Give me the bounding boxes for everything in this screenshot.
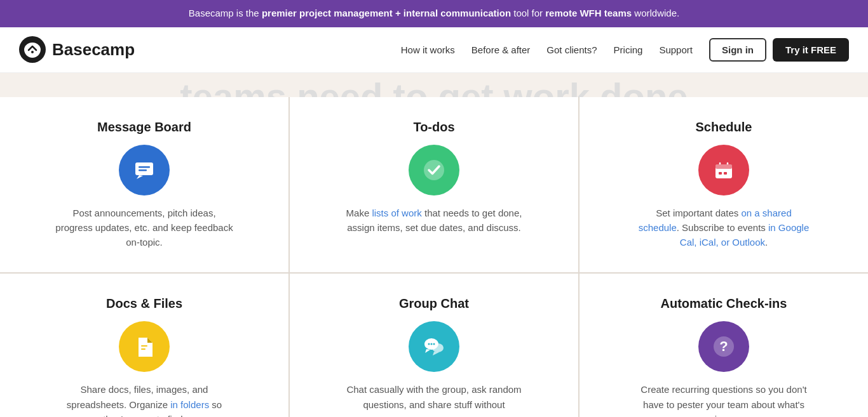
banner-bold1: premier project management + internal co… xyxy=(262,8,511,18)
todos-icon xyxy=(420,156,448,184)
feature-title-schedule: Schedule xyxy=(696,120,752,135)
feature-desc-message-board: Post announcements, pitch ideas, progres… xyxy=(55,206,233,250)
feature-card-message-board: Message Board Post announcements, pitch … xyxy=(0,97,288,273)
navbar: Basecamp How it works Before & after Got… xyxy=(0,27,868,73)
logo-text: Basecamp xyxy=(52,40,135,60)
sign-in-button[interactable]: Sign in xyxy=(709,38,766,62)
nav-support[interactable]: Support xyxy=(653,41,699,59)
feature-title-message-board: Message Board xyxy=(97,120,191,135)
svg-rect-12 xyxy=(719,172,722,175)
svg-point-20 xyxy=(431,343,433,345)
feature-card-todos: To-dos Make lists of work that needs to … xyxy=(290,97,578,273)
svg-point-5 xyxy=(424,160,444,180)
svg-point-19 xyxy=(428,343,430,345)
feature-title-check-ins: Automatic Check-ins xyxy=(661,296,787,311)
banner-bold2: remote WFH teams xyxy=(545,8,632,18)
feature-icon-schedule xyxy=(698,145,749,195)
feature-title-docs-files: Docs & Files xyxy=(106,296,182,311)
svg-text:?: ? xyxy=(719,338,728,354)
nav-got-clients[interactable]: Got clients? xyxy=(540,41,603,59)
schedule-link2: in Google Cal, iCal, or Outlook xyxy=(680,222,809,248)
feature-desc-todos: Make lists of work that needs to get don… xyxy=(345,206,523,235)
svg-rect-4 xyxy=(139,169,147,171)
svg-rect-13 xyxy=(724,172,727,175)
banner-text-middle: tool for xyxy=(511,8,545,18)
message-board-icon xyxy=(130,156,158,184)
svg-point-1 xyxy=(31,51,34,53)
feature-icon-docs-files xyxy=(119,321,170,372)
feature-card-schedule: Schedule Set important dates on a shared… xyxy=(580,97,868,273)
feature-icon-check-ins: ? xyxy=(698,321,749,372)
nav-before-after[interactable]: Before & after xyxy=(465,41,537,59)
nav-how-it-works[interactable]: How it works xyxy=(395,41,461,59)
feature-card-check-ins: Automatic Check-ins ? Create recurring q… xyxy=(580,274,868,417)
feature-desc-check-ins: Create recurring questions so you don't … xyxy=(635,382,813,417)
feature-card-docs-files: Docs & Files Share docs, files, images, … xyxy=(0,274,288,417)
group-chat-icon xyxy=(420,333,448,361)
banner-text-before: Basecamp is the xyxy=(189,8,262,18)
schedule-icon xyxy=(710,156,738,184)
docs-link: in folders xyxy=(170,399,209,410)
docs-files-icon xyxy=(130,333,158,361)
feature-icon-message-board xyxy=(119,145,170,195)
feature-title-group-chat: Group Chat xyxy=(399,296,469,311)
svg-rect-3 xyxy=(139,166,150,168)
svg-rect-15 xyxy=(141,345,147,347)
feature-desc-docs-files: Share docs, files, images, and spreadshe… xyxy=(55,382,233,417)
svg-point-21 xyxy=(433,343,435,345)
try-free-button[interactable]: Try it FREE xyxy=(773,38,849,62)
todos-link: lists of work xyxy=(372,208,421,218)
banner-text-after: worldwide. xyxy=(632,8,679,18)
check-ins-icon: ? xyxy=(710,333,738,361)
feature-card-group-chat: Group Chat Chat casually with the group,… xyxy=(290,274,578,417)
nav-pricing[interactable]: Pricing xyxy=(607,41,649,59)
hero-partial-text: teams need to get work done xyxy=(0,73,868,97)
feature-icon-group-chat xyxy=(409,321,459,372)
svg-rect-16 xyxy=(141,348,146,350)
svg-rect-11 xyxy=(715,164,732,169)
feature-desc-group-chat: Chat casually with the group, ask random… xyxy=(345,382,523,417)
feature-title-todos: To-dos xyxy=(413,120,454,135)
basecamp-logo-icon xyxy=(19,36,46,63)
top-banner: Basecamp is the premier project manageme… xyxy=(0,0,868,27)
svg-rect-2 xyxy=(135,162,153,175)
feature-desc-schedule: Set important dates on a shared schedule… xyxy=(635,206,813,250)
logo-link[interactable]: Basecamp xyxy=(19,36,135,63)
features-grid: Message Board Post announcements, pitch … xyxy=(0,97,868,418)
navbar-links: How it works Before & after Got clients?… xyxy=(395,41,699,59)
feature-icon-todos xyxy=(409,145,459,195)
